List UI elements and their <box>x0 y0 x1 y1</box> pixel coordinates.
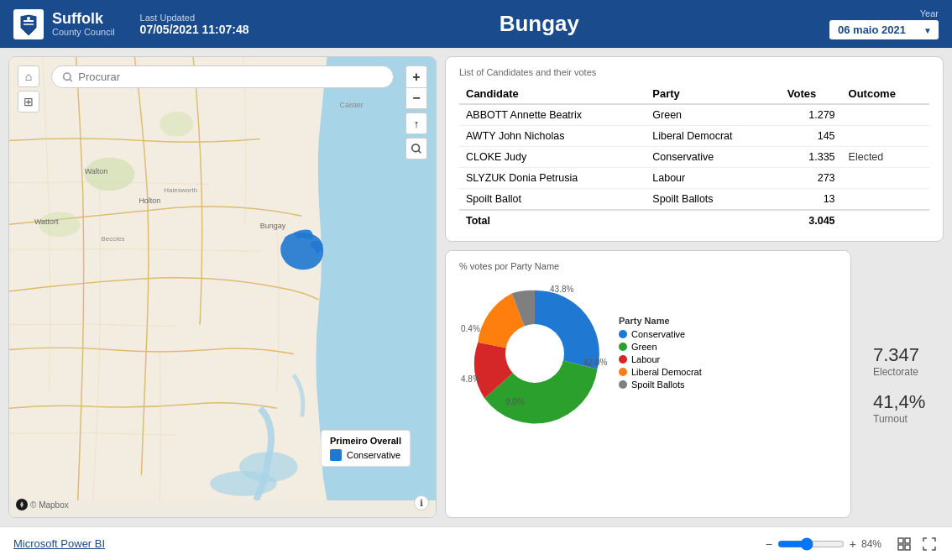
cell-outcome <box>842 189 929 211</box>
zoom-in-button[interactable]: + <box>405 65 427 87</box>
dot-spoilt <box>619 380 627 389</box>
main-content: Walton Holton Halesworth Caister Wattort… <box>0 48 952 526</box>
power-bi-link[interactable]: Microsoft Power BI <box>13 537 105 550</box>
map-info-button[interactable]: ℹ <box>414 495 429 510</box>
map-btn-home[interactable]: ⌂ <box>18 65 39 87</box>
cell-votes: 13 <box>781 189 842 211</box>
turnout-value: 41,4% <box>873 391 930 413</box>
last-updated-area: Last Updated 07/05/2021 11:07:48 <box>140 13 249 36</box>
map-btn-expand[interactable]: ⊞ <box>18 91 39 113</box>
map-search-bar[interactable] <box>51 65 394 88</box>
legend-color-swatch <box>330 449 342 461</box>
dot-labour <box>619 355 627 364</box>
pie-label-libdem: 4.8% <box>461 374 480 384</box>
svg-point-20 <box>505 324 564 383</box>
map-background: Walton Holton Halesworth Caister Wattort… <box>9 57 436 517</box>
zoom-slider[interactable] <box>777 537 845 551</box>
fit-icon <box>897 537 911 551</box>
table-row: Spoilt Ballot Spoilt Ballots 13 <box>459 189 929 211</box>
suffolk-logo-icon <box>17 13 40 36</box>
mapbox-text: © Mapbox <box>30 500 69 510</box>
legend-green: Green <box>619 342 702 352</box>
total-label: Total <box>459 210 646 231</box>
table-row: ABBOTT Annette Beatrix Green 1.279 <box>459 104 929 126</box>
logo-area: Suffolk County Council Last Updated 07/0… <box>13 9 249 39</box>
cell-party: Spoilt Ballots <box>646 189 780 211</box>
pie-legend: Party Name Conservative Green Labour <box>619 316 702 392</box>
svg-point-0 <box>27 17 30 20</box>
zoom-controls: + − ↑ <box>405 65 427 160</box>
col-votes: Votes <box>781 84 842 104</box>
candidates-subtitle: List of Candidates and their votes <box>459 67 929 77</box>
zoom-magnify-button[interactable] <box>405 138 427 160</box>
pie-label-labour: 9.0% <box>505 397 525 406</box>
cell-outcome: Elected <box>842 147 929 168</box>
zoom-out-button[interactable]: − <box>405 87 427 109</box>
dot-conservative <box>619 330 627 338</box>
table-row: SLYZUK Donia Petrusia Labour 273 <box>459 168 929 189</box>
col-outcome: Outcome <box>842 84 929 104</box>
legend-item-label: Conservative <box>347 450 400 460</box>
cell-party: Liberal Democrat <box>646 126 780 147</box>
cell-outcome <box>842 126 929 147</box>
pie-label-spoilt: 0.4% <box>461 324 480 333</box>
last-updated-value: 07/05/2021 11:07:48 <box>140 23 249 36</box>
legend-labour: Labour <box>619 354 702 364</box>
svg-text:Beccles: Beccles <box>102 235 125 243</box>
svg-text:Caister: Caister <box>339 101 363 109</box>
logo-shield <box>13 9 44 39</box>
cell-votes: 1.335 <box>781 147 842 168</box>
year-dropdown-wrapper[interactable]: 06 maio 2021 <box>829 20 939 39</box>
cell-votes: 1.279 <box>781 104 842 126</box>
turnout-stat: 41,4% Turnout <box>873 391 930 425</box>
pie-chart: 43.8% 42.0% 9.0% 4.8% 0.4% <box>459 278 610 429</box>
legend-title: Primeiro Overall <box>330 436 401 446</box>
org-subtitle: County Council <box>52 27 115 37</box>
table-row: AWTY John Nicholas Liberal Democrat 145 <box>459 126 929 147</box>
total-empty <box>646 210 780 231</box>
bottom-right: % votes por Party Name <box>445 250 944 518</box>
page-title: Bungay <box>249 11 829 37</box>
footer-fullscreen-button[interactable] <box>920 535 939 553</box>
mapbox-logo: © Mapbox <box>16 499 69 510</box>
year-dropdown[interactable]: 06 maio 2021 <box>829 20 939 39</box>
chart-container: 43.8% 42.0% 9.0% 4.8% 0.4% Party Name Co… <box>459 278 837 429</box>
cell-candidate: Spoilt Ballot <box>459 189 646 211</box>
cell-candidate: SLYZUK Donia Petrusia <box>459 168 646 189</box>
cell-party: Labour <box>646 168 780 189</box>
label-libdem: Liberal Democrat <box>631 367 702 377</box>
pie-label-green: 42.0% <box>583 358 607 367</box>
zoom-minus-icon[interactable]: − <box>766 537 772 551</box>
footer-fit-button[interactable] <box>895 535 913 553</box>
cell-votes: 145 <box>781 126 842 147</box>
map-controls-left: ⌂ ⊞ <box>18 65 39 113</box>
svg-point-5 <box>160 112 193 137</box>
legend-spoilt: Spoilt Ballots <box>619 379 702 390</box>
map-legend: Primeiro Overall Conservative <box>321 430 411 467</box>
pie-svg <box>459 278 610 429</box>
zoom-plus-icon[interactable]: + <box>850 537 856 551</box>
svg-rect-23 <box>898 545 903 550</box>
footer: Microsoft Power BI − + 84% <box>0 526 952 560</box>
turnout-label: Turnout <box>873 413 930 425</box>
electorate-label: Electorate <box>873 366 930 378</box>
legend-title: Party Name <box>619 316 702 326</box>
cell-candidate: ABBOTT Annette Beatrix <box>459 104 646 126</box>
electorate-value: 7.347 <box>873 344 930 366</box>
electorate-stat: 7.347 Electorate <box>873 344 930 378</box>
search-input[interactable] <box>78 71 383 83</box>
col-candidate: Candidate <box>459 84 646 104</box>
svg-rect-22 <box>905 538 910 543</box>
svg-line-16 <box>70 79 72 81</box>
svg-line-18 <box>418 150 421 153</box>
stats-panel: 7.347 Electorate 41,4% Turnout <box>860 250 944 518</box>
cell-party: Conservative <box>646 147 780 168</box>
chart-panel: % votes por Party Name <box>445 250 851 518</box>
table-row: CLOKE Judy Conservative 1.335 Elected <box>459 147 929 168</box>
zoom-north-button[interactable]: ↑ <box>405 113 427 134</box>
mapbox-icon <box>16 499 28 510</box>
header: Suffolk County Council Last Updated 07/0… <box>0 0 952 48</box>
zoom-slider-wrapper: − + 84% <box>766 537 888 551</box>
col-party: Party <box>646 84 780 104</box>
svg-text:Walton: Walton <box>85 167 108 175</box>
